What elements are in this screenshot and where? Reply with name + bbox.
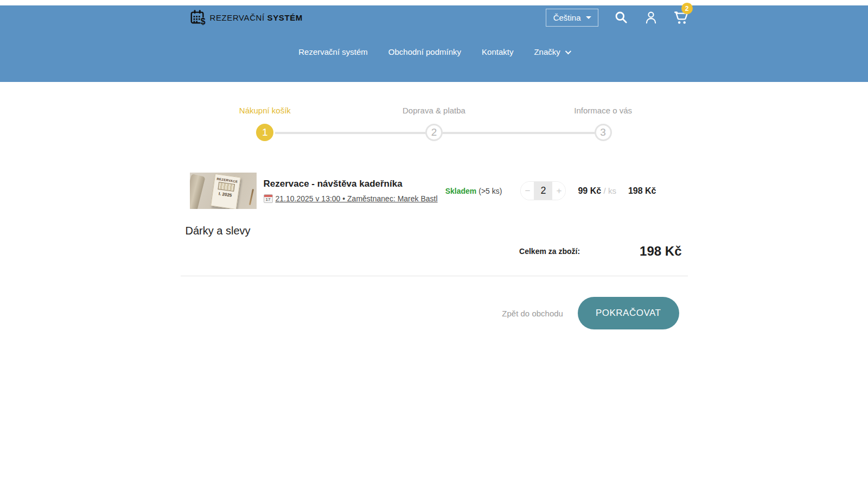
back-to-shop-link[interactable]: Zpět do obchodu: [502, 309, 563, 318]
site-header: $ REZERVAČNÍ SYSTÉM Čeština: [0, 5, 868, 82]
availability-status: Skladem (>5 ks): [445, 187, 502, 195]
user-icon: [644, 17, 658, 26]
quantity-increase-button[interactable]: +: [552, 182, 565, 200]
quantity-decrease-button[interactable]: −: [521, 182, 534, 200]
shopping-cart-icon: [674, 17, 688, 27]
gifts-heading: Dárky a slevy: [181, 225, 688, 237]
product-thumbnail[interactable]: REZERVACE I. 2025: [190, 173, 257, 209]
step-circle-2: 2: [425, 124, 443, 141]
calendar-dollar-logo-icon: $: [190, 9, 206, 26]
step-label-cart: Nákupní košík: [181, 106, 350, 115]
unit-price: 99 Kč / ks: [578, 186, 616, 196]
quantity-stepper: − +: [520, 181, 566, 200]
quantity-input[interactable]: [534, 182, 552, 200]
nav-item-znacky[interactable]: Značky: [534, 47, 569, 56]
account-button[interactable]: [644, 10, 658, 24]
product-title[interactable]: Rezervace - návštěva kadeřníka: [264, 179, 438, 189]
nav-item-obchodni-podminky[interactable]: Obchodní podmínky: [388, 47, 461, 56]
search-icon: [614, 17, 628, 26]
main-nav: Rezervační systém Obchodní podmínky Kont…: [181, 47, 688, 56]
calendar-icon: 17: [264, 194, 273, 203]
language-selected-label: Čeština: [553, 13, 581, 22]
continue-button[interactable]: POKRAČOVAT: [578, 297, 679, 329]
chevron-down-icon: [565, 48, 571, 54]
cart-button[interactable]: 2: [674, 10, 688, 24]
nav-item-kontakty[interactable]: Kontakty: [482, 47, 513, 56]
total-value: 198 Kč: [640, 244, 681, 259]
line-total: 198 Kč: [628, 186, 656, 196]
cart-totals: Celkem za zboží: 198 Kč: [181, 244, 688, 259]
step-label-info: Informace o vás: [519, 106, 688, 115]
step-circle-3: 3: [595, 124, 612, 141]
cart-item-row: REZERVACE I. 2025 Rezervace - návštěva k…: [181, 173, 688, 209]
step-circle-1: 1: [256, 124, 273, 141]
total-label: Celkem za zboží:: [519, 247, 580, 256]
logo[interactable]: $ REZERVAČNÍ SYSTÉM: [190, 9, 303, 26]
reservation-detail-link[interactable]: 21.10.2025 v 13:00 • Zaměstnanec: Marek …: [276, 194, 438, 203]
language-selector[interactable]: Čeština: [546, 9, 598, 27]
caret-down-icon: [586, 16, 591, 19]
logo-text: REZERVAČNÍ SYSTÉM: [210, 13, 303, 22]
checkout-steps: Nákupní košík Doprava & platba Informace…: [181, 106, 688, 142]
in-stock-label: Skladem: [445, 187, 477, 195]
svg-text:$: $: [200, 17, 205, 26]
step-label-shipping: Doprava & platba: [349, 106, 519, 115]
nav-item-rezervacni-system[interactable]: Rezervační systém: [298, 47, 368, 56]
cart-count-badge: 2: [681, 3, 693, 14]
section-divider: [181, 276, 688, 276]
stock-note: (>5 ks): [478, 187, 502, 195]
search-button[interactable]: [614, 10, 628, 24]
